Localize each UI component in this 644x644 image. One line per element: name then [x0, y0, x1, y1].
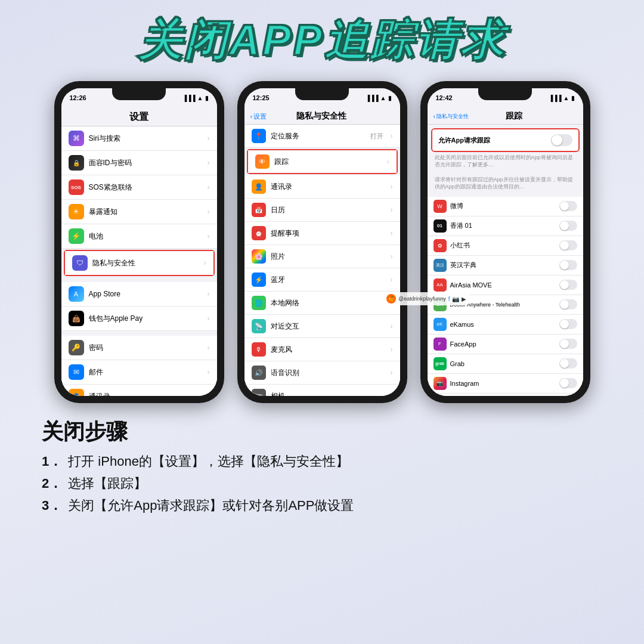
chevron-icon: ›	[391, 182, 393, 191]
chevron-icon: ›	[208, 314, 210, 323]
list-item[interactable]: W 微博	[428, 197, 583, 216]
phone2-status-icons: ▐▐▐ ▲ ▮	[366, 95, 391, 101]
dict-icon: 英汉	[434, 259, 447, 272]
list-item-label: 麦克风	[271, 345, 386, 355]
wifi-icon3: ▲	[564, 95, 569, 101]
back-button3[interactable]: ‹ 隐私与安全性	[434, 113, 469, 120]
ekamus-icon: eK	[434, 318, 447, 331]
tracking-toggle-row[interactable]: 允许App请求跟踪	[432, 129, 578, 151]
doctor-toggle[interactable]	[559, 299, 577, 309]
list-item[interactable]: 📍 定位服务 打开 ›	[244, 125, 400, 148]
list-item[interactable]: 📷 相机 ›	[244, 385, 400, 396]
phone1-screen: 12:26 ▐▐▐ ▲ ▮ 设置 ⌘ Siri与搜索 ›	[61, 88, 217, 396]
list-item[interactable]: 🌐 本地网络 ›	[244, 292, 400, 315]
rednote-toggle[interactable]	[559, 240, 577, 250]
chevron-icon: ›	[208, 134, 210, 143]
battery-icon2: ▮	[388, 95, 392, 101]
list-item[interactable]: 🔊 语音识别 ›	[244, 361, 400, 385]
faceapp-toggle[interactable]	[559, 339, 577, 349]
back-chevron-icon3: ‹	[434, 113, 436, 120]
list-item[interactable]: SOS SOS紧急联络 ›	[61, 175, 217, 200]
tracking-toggle[interactable]	[551, 134, 572, 146]
list-item[interactable]: 👤 通讯录 ›	[244, 175, 400, 199]
list-item[interactable]: 📅 日历 ›	[244, 199, 400, 222]
phone1-status-icons: ▐▐▐ ▲ ▮	[182, 95, 208, 101]
list-item[interactable]: 🎙 麦克风 ›	[244, 338, 400, 361]
phone1-frame: 12:26 ▐▐▐ ▲ ▮ 设置 ⌘ Siri与搜索 ›	[54, 81, 224, 403]
instagram-icon: 📷	[434, 377, 447, 390]
hk01-toggle[interactable]	[559, 221, 577, 231]
tiktok-icon: ▶	[462, 296, 466, 302]
tracking-desc2: 请求将针对所有跟踪过的App并往往被设置并显示，帮助提供的App的跟踪通道由合法…	[428, 174, 583, 194]
list-item[interactable]: ✿ 小红书	[428, 236, 583, 256]
sos-icon: SOS	[69, 179, 84, 195]
list-item-label: 提醒事项	[271, 228, 386, 239]
app-name: FaceApp	[450, 340, 556, 348]
exposure-icon: ☀	[69, 204, 84, 219]
list-item[interactable]: A App Store ›	[61, 282, 217, 306]
list-item[interactable]: F FaceApp	[428, 335, 583, 354]
step-number: 1．	[42, 453, 62, 471]
airasia-toggle[interactable]	[559, 280, 577, 290]
list-item[interactable]: 👤 通讯录 ›	[61, 385, 217, 396]
dict-toggle[interactable]	[559, 260, 577, 270]
list-item[interactable]: grab Grab	[428, 354, 583, 374]
list-item[interactable]: ⌘ Siri与搜索 ›	[61, 126, 217, 151]
weibo-toggle[interactable]	[559, 201, 577, 211]
notch-cutout3	[478, 88, 532, 100]
list-item[interactable]: 01 香港 01	[428, 216, 583, 236]
list-item-label: 照片	[271, 252, 386, 262]
back-button[interactable]: ‹ 设置	[250, 112, 267, 121]
phone3-screen: 12:42 ▐▐▐ ▲ ▮ ‹ 隐私与安全性 跟踪	[428, 88, 583, 396]
step-text: 打开 iPhone的【设置】，选择【隐私与安全性】	[68, 453, 349, 471]
list-item-label: 邮件	[89, 367, 203, 377]
list-item[interactable]: eK eKamus	[428, 315, 583, 335]
list-item[interactable]: ⏰ 提醒事项 ›	[244, 222, 400, 245]
list-item[interactable]: ✉ 邮件 ›	[61, 360, 217, 385]
list-item-label: 通讯录	[89, 392, 203, 397]
list-item-label: 暴露通知	[89, 207, 203, 217]
list-item-label: App Store	[89, 290, 203, 298]
signal-icon: ▐▐▐	[182, 95, 195, 101]
grab-toggle[interactable]	[559, 358, 577, 369]
list-item[interactable]: 🔒 面容ID与密码 ›	[61, 151, 217, 175]
list-item[interactable]: 英汉 英汉字典	[428, 256, 583, 275]
separator	[61, 331, 217, 336]
list-item: 1． 打开 iPhone的【设置】，选择【隐私与安全性】	[42, 453, 602, 471]
tracking-item-highlighted[interactable]: 👁 跟踪 ›	[247, 149, 398, 174]
list-item[interactable]: 🛡 隐私与安全性 ›	[65, 251, 213, 275]
list-item[interactable]: KFC KFC Malaysia	[428, 394, 583, 396]
phone1-screen-title: 设置	[61, 107, 217, 126]
phone2-time: 12:25	[253, 94, 270, 101]
phone1-settings-list: ⌘ Siri与搜索 › 🔒 面容ID与密码 › SOS	[61, 126, 217, 396]
back-chevron-icon: ‹	[250, 113, 253, 120]
app-name: AirAsia MOVE	[450, 281, 556, 289]
mic-icon: 🎙	[252, 342, 266, 357]
privacy-item-highlighted[interactable]: 🛡 隐私与安全性 ›	[64, 250, 215, 276]
photos-icon: 🌸	[252, 249, 266, 264]
ekamus-toggle[interactable]	[559, 319, 577, 329]
list-item[interactable]: ⚡ 蓝牙 ›	[244, 268, 400, 292]
list-item[interactable]: ☀ 暴露通知 ›	[61, 200, 217, 224]
list-item[interactable]: ⚡ 电池 ›	[61, 224, 217, 249]
list-item[interactable]: 🌸 照片 ›	[244, 245, 400, 268]
notch-cutout2	[295, 88, 349, 100]
list-item[interactable]: 👁 跟踪 ›	[248, 150, 397, 173]
list-item[interactable]: 📷 Instagram	[428, 374, 583, 394]
chevron-icon: ›	[391, 132, 393, 140]
list-item[interactable]: 👜 钱包与Apple Pay ›	[61, 306, 217, 331]
phone2-frame: 12:25 ▐▐▐ ▲ ▮ ‹ 设置 隐私与安全性	[237, 81, 407, 403]
nearby-icon: 📡	[252, 319, 266, 333]
page-title: 关闭APP追踪请求	[138, 12, 506, 69]
instagram-toggle[interactable]	[559, 378, 577, 388]
chevron-icon: ›	[391, 345, 393, 354]
phone3-nav-title: 跟踪	[469, 111, 559, 122]
chevron-icon: ›	[208, 392, 210, 396]
list-item[interactable]: 🔑 密码 ›	[61, 336, 217, 360]
chevron-icon: ›	[391, 275, 393, 284]
step-text: 选择【跟踪】	[68, 475, 147, 493]
hk01-icon: 01	[434, 219, 447, 233]
list-item[interactable]: 📡 对近交互 ›	[244, 315, 400, 338]
watermark-text: @eatdrinkplayfunny	[398, 296, 446, 302]
step-number: 2．	[42, 475, 62, 493]
